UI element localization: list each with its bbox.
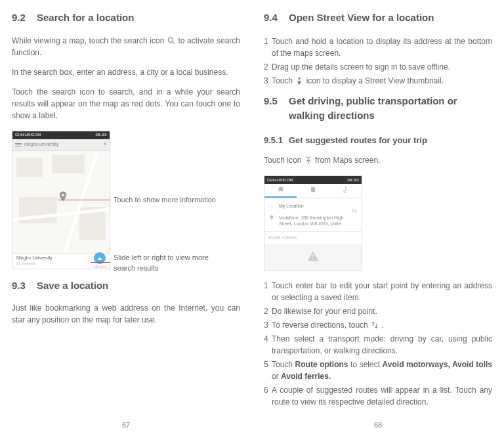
end-label: Vodafone, 106 Kensington High Street, Lo… (279, 215, 358, 227)
streetview-person-icon (295, 76, 304, 85)
paragraph: In the search box, enter an address, a c… (12, 66, 240, 78)
step: 5 Touch Route options to select Avoid mo… (264, 359, 492, 382)
phone-screenshot-directions: CHN-UNICOM 09:20 ○ My Location (264, 175, 362, 271)
section-9-5-heading: 9.5 Get driving, public transportation o… (264, 94, 492, 123)
tab-car[interactable] (264, 184, 297, 198)
svg-point-6 (314, 191, 315, 192)
section-9-4-heading: 9.4 Open Street View for a location (264, 11, 492, 26)
map-search-bar[interactable]: ningbo university × (12, 139, 110, 151)
eta-label: 18 min (94, 264, 106, 270)
swap-icon[interactable] (351, 208, 358, 217)
section-title: Save a location (37, 278, 240, 294)
warning-icon (306, 250, 320, 265)
section-title: Open Street View for a location (289, 11, 492, 26)
origin-dot-icon: ○ (268, 203, 275, 211)
section-number: 9.2 (12, 11, 37, 26)
page-number: 68 (374, 420, 382, 431)
result-title-block: Ningbo University 21 reviews (16, 255, 52, 266)
step: 1Touch and hold a location to display it… (264, 35, 492, 59)
section-number: 9.3 (12, 278, 37, 294)
map-pin-icon[interactable] (57, 189, 69, 206)
start-label: My Location (279, 204, 304, 208)
section-9-3-heading: 9.3 Save a location (12, 278, 240, 294)
subsection-number: 9.5.1 (264, 134, 289, 147)
step: 2Drag up the details screen to sign in t… (264, 61, 492, 73)
svg-point-3 (299, 77, 301, 79)
step: 1Touch enter bar to edit your start poin… (264, 280, 492, 303)
transport-tabs (264, 184, 362, 198)
result-subtitle: 21 reviews (16, 261, 52, 266)
end-point-row[interactable]: Vodafone, 106 Kensington High Street, Lo… (268, 213, 358, 229)
annotation-slide: Slide left or right to view more search … (114, 252, 225, 274)
step: 3 To reverse directions, touch . (264, 319, 492, 331)
status-bar: CHN-UNICOM 09:20 (264, 176, 362, 184)
subsection-title: Get suggested routes for your trip (289, 134, 427, 147)
walk-icon (341, 186, 349, 196)
figure-9-5: CHN-UNICOM 09:20 ○ My Location (264, 175, 492, 271)
svg-line-1 (173, 41, 175, 43)
map-area[interactable] (12, 151, 110, 253)
offline-panel (264, 244, 362, 271)
paragraph: Touch the search icon to search, and in … (12, 86, 240, 122)
callout-leader (91, 262, 110, 263)
car-icon (277, 185, 285, 196)
route-inputs: ○ My Location Vodafone, 106 Kensington H… (264, 198, 362, 231)
section-number: 9.5 (264, 94, 289, 123)
clear-icon[interactable]: × (104, 140, 107, 149)
tab-transit[interactable] (297, 184, 329, 198)
paragraph: While viewing a map, touch the search ic… (12, 35, 240, 58)
section-number: 9.4 (264, 11, 289, 26)
directions-split-icon (304, 156, 313, 165)
paragraph: Just like bookmarking a web address on t… (12, 302, 240, 326)
destination-pin-icon (268, 215, 275, 220)
svg-point-7 (345, 187, 346, 188)
svg-point-0 (168, 37, 173, 42)
paragraph: Touch icon from Maps screen. (264, 154, 492, 166)
status-time: 09:20 (347, 177, 359, 183)
route-options-row[interactable]: Route options (264, 231, 362, 244)
svg-point-2 (62, 194, 64, 196)
result-title: Ningbo University (16, 255, 52, 261)
page-right: 9.4 Open Street View for a location 1Tou… (252, 0, 504, 442)
subsection-9-5-1-heading: 9.5.1 Get suggested routes for your trip (264, 134, 492, 147)
result-bottom-bar[interactable]: Ningbo University 21 reviews 18 min (12, 253, 110, 269)
carrier-label: CHN-UNICOM (15, 132, 41, 138)
status-time: 08:25 (95, 132, 107, 138)
search-query[interactable]: ningbo university (24, 141, 101, 148)
step: 3 Touch icon to display a Street View th… (264, 75, 492, 87)
svg-rect-4 (311, 187, 315, 192)
bus-icon (309, 186, 317, 196)
page-number: 67 (122, 420, 130, 431)
callout-leader (58, 200, 110, 200)
step: 2Do likewise for your end point. (264, 305, 492, 317)
figure-9-2: CHN-UNICOM 08:25 ningbo university × (12, 131, 240, 269)
annotation-touch-info: Touch to show more information (114, 194, 225, 206)
tab-walk[interactable] (329, 184, 362, 198)
svg-point-5 (312, 191, 313, 192)
status-bar: CHN-UNICOM 08:25 (12, 131, 110, 139)
section-title: Search for a location (37, 11, 240, 26)
section-title: Get driving, public transportation or wa… (289, 94, 492, 123)
page-left: 9.2 Search for a location While viewing … (0, 0, 252, 442)
result-nav[interactable]: 18 min (94, 252, 106, 270)
steps-9-4: 1Touch and hold a location to display it… (264, 33, 492, 89)
steps-9-5: 1Touch enter bar to edit your start poin… (264, 278, 492, 410)
carrier-label: CHN-UNICOM (267, 177, 293, 183)
menu-icon[interactable] (15, 143, 22, 146)
magnify-icon (167, 36, 176, 45)
section-9-2-heading: 9.2 Search for a location (12, 11, 240, 26)
start-point-row[interactable]: ○ My Location (268, 201, 358, 213)
step: 6A couple of suggested routes will appea… (264, 384, 492, 408)
step: 4Then select a transport mode: driving b… (264, 333, 492, 357)
swap-arrows-icon (370, 320, 379, 330)
